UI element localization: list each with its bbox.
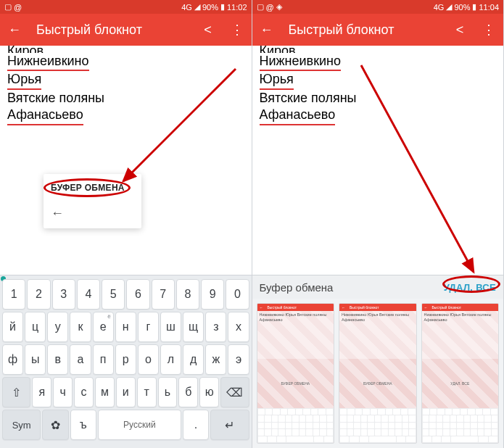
extra-notif-icon: ◈ [276, 2, 282, 12]
clipboard-thumb[interactable]: ←Быстрый блокнот Нижнеивкино Юрья Вятски… [339, 303, 417, 444]
note-line: Юрья [260, 71, 294, 89]
app-bar: ← Быстрый блокнот < ⋮ [252, 14, 504, 46]
clipboard-popup-label[interactable]: БУФЕР ОБМЕНА [44, 174, 141, 202]
network-type: 4G [434, 3, 445, 12]
battery-icon: ▮ [220, 2, 225, 12]
key-letter[interactable]: т [137, 377, 157, 407]
key-letter[interactable]: ч [53, 377, 73, 407]
key-backspace[interactable]: ⌫ [220, 377, 249, 407]
key-letter[interactable]: б [178, 377, 198, 407]
key-letter[interactable]: ъ [70, 410, 96, 440]
key-letter[interactable]: ф [2, 344, 23, 375]
keyboard: 1 2 3 4 5 6 7 8 9 0 й ц у к её н г ш щ з… [0, 275, 252, 448]
back-icon[interactable]: ← [7, 22, 22, 38]
share-icon[interactable]: < [453, 22, 467, 38]
key-5[interactable]: 5 [102, 279, 125, 310]
note-line: Вятские поляны [7, 91, 104, 105]
key-letter[interactable]: в [47, 344, 68, 375]
clipboard-title: Буфер обмена [260, 281, 334, 294]
key-letter[interactable]: к [70, 312, 91, 342]
key-letter[interactable]: н [115, 312, 136, 342]
key-letter[interactable]: и [116, 377, 136, 407]
kbd-row-1: й ц у к её н г ш щ з х [2, 312, 249, 342]
screenshot-icon: ▢ [257, 2, 264, 12]
key-letter[interactable]: а [70, 344, 91, 375]
key-letter[interactable]: ж [205, 344, 226, 375]
clipboard-grid: ←Быстрый блокнот Нижнеивкино Юрья Вятски… [252, 299, 504, 448]
kbd-row-nums: 1 2 3 4 5 6 7 8 9 0 [2, 279, 249, 310]
key-letter[interactable]: о [138, 344, 159, 375]
key-8[interactable]: 8 [176, 279, 199, 310]
network-type: 4G [181, 3, 192, 12]
key-dot[interactable]: . [183, 410, 209, 440]
key-7[interactable]: 7 [152, 279, 175, 310]
app-title: Быстрый блокнот [289, 22, 439, 38]
kbd-row-3: ⇧ я ч с м и т ь б ю ⌫ [2, 377, 249, 407]
clock: 11:02 [227, 3, 247, 12]
key-letter[interactable]: л [160, 344, 181, 375]
clipboard-popup: БУФЕР ОБМЕНА ← [44, 174, 141, 228]
key-letter[interactable]: ы [25, 344, 46, 375]
app-bar: ← Быстрый блокнот < ⋮ [0, 14, 252, 46]
key-letter[interactable]: м [95, 377, 115, 407]
key-6[interactable]: 6 [126, 279, 149, 310]
key-letter[interactable]: с [74, 377, 94, 407]
delete-all-button[interactable]: УДАЛ. ВСЕ [444, 282, 496, 293]
key-letter[interactable]: ю [199, 377, 219, 407]
note-line: Вятские поляны [260, 91, 357, 105]
clipboard-header: Буфер обмена УДАЛ. ВСЕ [252, 275, 504, 299]
key-letter[interactable]: р [115, 344, 136, 375]
key-letter[interactable]: ш [160, 312, 181, 342]
note-line: Афанасьево [260, 107, 336, 125]
key-letter[interactable]: у [47, 312, 68, 342]
key-1[interactable]: 1 [2, 279, 25, 310]
key-space[interactable]: Русский [98, 410, 181, 440]
note-line: Афанасьево [7, 107, 83, 125]
key-settings[interactable]: ✿ [42, 410, 68, 440]
key-letter[interactable]: ь [158, 377, 178, 407]
kbd-row-4: Sym ✿ ъ Русский . ↵ [2, 410, 249, 440]
key-letter[interactable]: д [183, 344, 204, 375]
key-enter[interactable]: ↵ [210, 410, 249, 440]
note-line: Юрья [7, 71, 41, 89]
key-letter[interactable]: щ [183, 312, 204, 342]
key-letter[interactable]: э [228, 344, 249, 375]
note-line: Нижнеивкино [7, 53, 89, 71]
kbd-row-2: ф ы в а п р о л д ж э [2, 344, 249, 375]
screenshot-icon: ▢ [4, 2, 12, 12]
key-4[interactable]: 4 [77, 279, 100, 310]
key-letter[interactable]: её [93, 312, 114, 342]
signal-icon: ◢ [446, 2, 452, 12]
status-bar: ▢ @ 4G ◢ 90% ▮ 11:02 [0, 0, 252, 14]
key-letter[interactable]: г [138, 312, 159, 342]
notif-icon: @ [14, 3, 22, 12]
clipboard-thumb[interactable]: ←Быстрый блокнот Нижнеивкино Юрья Вятски… [257, 303, 335, 444]
key-letter[interactable]: й [2, 312, 23, 342]
screen-left: ▢ @ 4G ◢ 90% ▮ 11:02 ← Быстрый блокнот <… [0, 0, 252, 448]
key-2[interactable]: 2 [27, 279, 50, 310]
app-title: Быстрый блокнот [36, 22, 186, 38]
clipboard-thumb[interactable]: ←Быстрый блокнот Нижнеивкино Юрья Вятски… [421, 303, 500, 444]
overflow-icon[interactable]: ⋮ [230, 22, 244, 38]
note-line: Киров [7, 43, 44, 53]
key-0[interactable]: 0 [226, 279, 249, 310]
key-letter[interactable]: я [32, 377, 51, 407]
back-icon[interactable]: ← [260, 22, 274, 38]
key-letter[interactable]: з [205, 312, 226, 342]
key-3[interactable]: 3 [52, 279, 75, 310]
key-9[interactable]: 9 [201, 279, 224, 310]
share-icon[interactable]: < [201, 22, 215, 38]
editor-area[interactable]: Киров Нижнеивкино Юрья Вятские поляны Аф… [252, 46, 504, 275]
screen-right: ▢ @ ◈ 4G ◢ 90% ▮ 11:04 ← Быстрый блокнот… [252, 0, 505, 448]
key-sym[interactable]: Sym [2, 410, 41, 440]
key-shift[interactable]: ⇧ [2, 377, 30, 407]
editor-area[interactable]: Киров Нижнеивкино Юрья Вятские поляны Аф… [0, 46, 252, 275]
popup-back-icon[interactable]: ← [44, 202, 141, 228]
key-letter[interactable]: ц [25, 312, 46, 342]
signal-icon: ◢ [194, 2, 200, 12]
overflow-icon[interactable]: ⋮ [482, 22, 496, 38]
note-line: Киров [260, 43, 296, 53]
notif-icon: @ [266, 3, 274, 12]
key-letter[interactable]: х [228, 312, 249, 342]
key-letter[interactable]: п [93, 344, 114, 375]
